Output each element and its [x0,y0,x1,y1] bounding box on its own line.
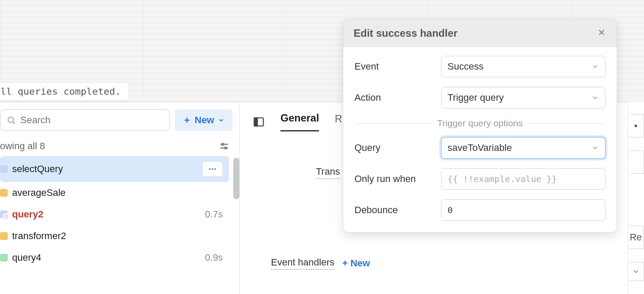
query-type-icon [0,189,8,197]
query-time: 0.7s [205,209,223,220]
right-box-1[interactable]: • [628,114,644,137]
divider-line [354,123,432,124]
popover-header: Edit success handler [343,19,617,47]
query-item-averagesale[interactable]: averageSale [0,182,229,204]
query-name: selectQuery [12,163,198,175]
query-list: selectQuery averageSale query2 0.7s tran… [0,156,239,294]
panel-icon[interactable] [253,116,265,128]
query-name: transformer2 [12,230,219,242]
new-button[interactable]: New [175,109,232,131]
tab-second[interactable]: R [335,113,342,131]
query-item-selectquery[interactable]: selectQuery [0,156,229,182]
popover-body: Event Success Action Trigger query Trigg… [343,47,617,232]
svg-point-9 [212,168,213,170]
query-name: averageSale [12,187,219,198]
debounce-input[interactable] [448,205,599,215]
chevron-down-icon [632,268,640,275]
event-value: Success [448,61,483,72]
query-item-query4[interactable]: query4 0.9s [0,247,229,268]
new-button-label: New [195,115,214,126]
svg-point-7 [225,147,226,149]
options-divider: Trigger query options [354,118,605,128]
chevron-down-icon [591,94,599,102]
scrollbar-thumb[interactable] [233,158,239,199]
query-type-icon [0,211,8,218]
popover-title: Edit success handler [354,27,457,39]
query-label: Query [354,142,441,153]
query-type-icon [0,254,8,262]
field-only-run: Only run when [354,168,605,190]
query-value: saveToVariable [448,142,512,153]
status-message: ll queries completed. [0,82,129,101]
action-label: Action [354,92,441,103]
chevron-down-icon [591,144,599,152]
query-item-transformer2[interactable]: transformer2 [0,225,229,247]
field-event: Event Success [354,56,605,77]
search-icon [6,115,16,125]
query-list-panel: New owing all 8 selectQuery averageSale [0,102,240,294]
divider-label: Trigger query options [437,118,523,128]
right-sidebar: • Re [628,102,644,294]
field-debounce: Debounce [354,199,605,221]
query-time: 0.9s [205,252,223,263]
svg-point-8 [209,168,211,170]
filter-icon[interactable] [219,141,230,152]
search-input-wrapper[interactable] [0,109,170,131]
tab-general[interactable]: General [280,112,319,131]
debounce-label: Debounce [354,205,441,216]
showing-label: owing all 8 [0,141,45,152]
right-box-arrow[interactable] [628,262,644,281]
action-value: Trigger query [448,92,504,103]
edit-handler-popover: Edit success handler Event Success Actio… [343,19,617,233]
right-box-re[interactable]: Re [628,226,644,249]
query-select[interactable]: saveToVariable [441,137,605,159]
svg-point-10 [214,168,216,170]
close-icon [597,28,606,37]
more-button[interactable] [202,161,223,177]
debounce-input-wrapper[interactable] [441,199,605,221]
svg-line-1 [13,122,15,124]
plus-icon [183,116,191,125]
right-box-2[interactable] [628,150,644,174]
field-query: Query saveToVariable [354,137,605,159]
event-handlers-new[interactable]: + New [342,258,370,269]
field-action: Action Trigger query [354,87,605,109]
query-type-icon [0,165,8,173]
event-handlers-label: Event handlers [271,257,335,270]
search-input[interactable] [20,115,163,126]
only-run-input-wrapper[interactable] [441,168,605,190]
only-run-label: Only run when [354,173,441,185]
chevron-down-icon [218,117,225,124]
chevron-down-icon [591,63,599,70]
query-toolbar: New [0,102,239,138]
event-select[interactable]: Success [441,56,605,77]
event-handlers-row: Event handlers + New [271,257,644,270]
transform-label: Trans [316,166,340,179]
event-label: Event [354,61,441,72]
query-item-query2[interactable]: query2 0.7s [0,204,229,225]
svg-point-0 [8,117,14,123]
action-select[interactable]: Trigger query [441,87,605,109]
svg-rect-13 [254,118,258,126]
close-button[interactable] [597,28,606,39]
showing-count: owing all 8 [0,138,239,156]
svg-point-5 [222,144,224,145]
divider-line [528,123,605,124]
dots-icon [207,164,218,174]
query-name: query2 [12,209,200,220]
query-type-icon [0,232,8,240]
query-name: query4 [12,252,200,263]
only-run-input[interactable] [448,174,599,184]
